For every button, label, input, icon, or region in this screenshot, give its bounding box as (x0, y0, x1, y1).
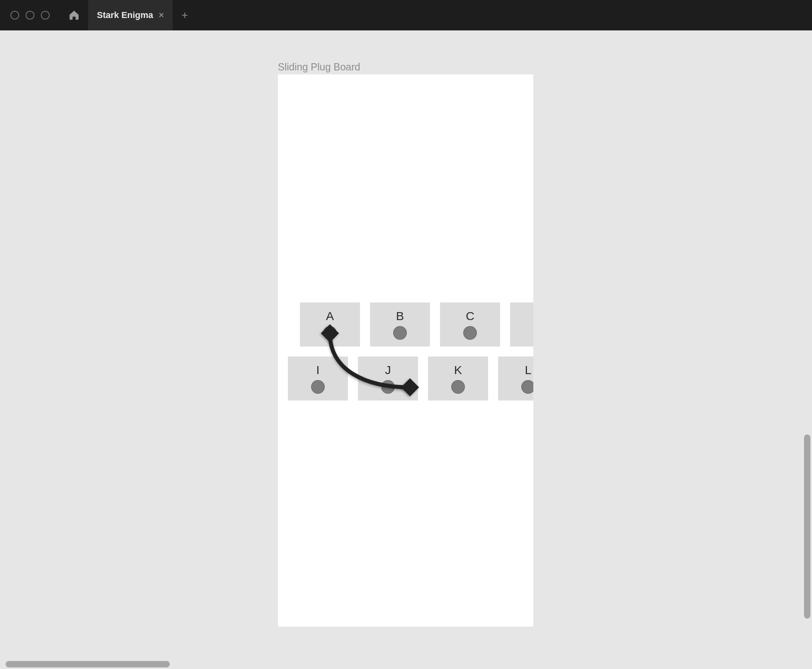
plug-label: A (326, 309, 334, 323)
traffic-lights (0, 0, 60, 30)
plug-label: I (316, 363, 320, 377)
traffic-light-close[interactable] (10, 11, 19, 20)
horizontal-scrollbar-thumb[interactable] (6, 661, 170, 667)
titlebar: Stark Enigma × + (0, 0, 812, 30)
plugboard-panel: A B C D (278, 74, 533, 627)
home-icon (68, 9, 80, 21)
plug-label: J (385, 363, 391, 377)
plugboard-row-top-inner: A B C D (300, 302, 533, 347)
plug-hole-icon (323, 326, 337, 340)
tab-title: Stark Enigma (97, 10, 153, 20)
plug-hole-icon (463, 326, 477, 340)
home-button[interactable] (60, 0, 88, 30)
traffic-light-minimize[interactable] (26, 11, 34, 20)
plug-hole-icon (381, 380, 395, 394)
plug-hole-icon (393, 326, 407, 340)
plug-A[interactable]: A (300, 302, 360, 347)
vertical-scrollbar-thumb[interactable] (804, 435, 810, 619)
plug-label: K (454, 363, 462, 377)
plug-hole-icon (311, 380, 325, 394)
plugboard-row-top[interactable]: A B C D (278, 302, 533, 347)
traffic-light-zoom[interactable] (41, 11, 50, 20)
tab-active[interactable]: Stark Enigma × (88, 0, 173, 30)
tabstrip: Stark Enigma × + (88, 0, 812, 30)
plug-wire-overlay (278, 74, 533, 627)
plugboard-row-bottom-inner: I J K L (278, 357, 533, 401)
plus-icon: + (181, 9, 188, 22)
plug-label: C (466, 309, 474, 323)
plug-D-partial[interactable]: D (510, 302, 533, 347)
panel-title: Sliding Plug Board (278, 61, 360, 73)
workspace: Sliding Plug Board A B C D (0, 30, 812, 669)
new-tab-button[interactable]: + (173, 0, 197, 30)
plug-hole-icon (451, 380, 465, 394)
plugboard-row-bottom[interactable]: I J K L (278, 357, 533, 401)
plug-J[interactable]: J (358, 357, 418, 401)
tab-close-button[interactable]: × (159, 11, 164, 20)
plug-C[interactable]: C (440, 302, 500, 347)
plug-K[interactable]: K (428, 357, 488, 401)
plug-hole-icon (521, 380, 533, 394)
plug-B[interactable]: B (370, 302, 430, 347)
plug-I[interactable]: I (288, 357, 348, 401)
plug-L-partial[interactable]: L (498, 357, 533, 401)
plug-label: B (396, 309, 404, 323)
plug-label: L (525, 363, 532, 377)
